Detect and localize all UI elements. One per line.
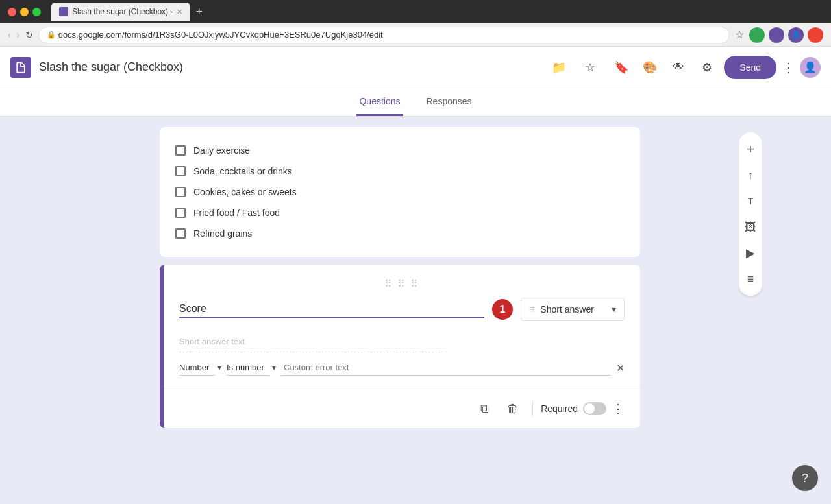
url-text: docs.google.com/forms/d/1R3sG0-L0OJxiyw5… xyxy=(58,30,383,40)
more-vert-icon: ⋮ xyxy=(782,60,795,75)
help-button[interactable]: ? xyxy=(792,465,818,491)
back-button[interactable]: ‹ xyxy=(8,29,11,41)
minimize-dot[interactable] xyxy=(20,8,29,16)
copy-icon: ⧉ xyxy=(480,402,489,416)
checkbox-question-card: Daily exercise Soda, cocktails or drinks… xyxy=(160,127,640,257)
label-cookies: Cookies, cakes or sweets xyxy=(193,187,297,197)
validation-condition-select[interactable]: Is number xyxy=(227,360,269,376)
validation-type-select[interactable]: Number xyxy=(179,360,215,376)
list-item: Fried food / Fast food xyxy=(175,202,625,223)
add-image-button[interactable]: 🖼 xyxy=(739,215,762,239)
archive-button[interactable]: 🔖 xyxy=(610,56,633,79)
import-question-button[interactable]: ↑ xyxy=(739,163,762,187)
app-title: Slash the sugar (Checkbox) xyxy=(39,60,540,74)
text-icon: T xyxy=(748,196,754,206)
url-bar[interactable]: 🔒 docs.google.com/forms/d/1R3sG0-L0OJxiy… xyxy=(38,27,730,43)
left-spacer xyxy=(0,127,65,494)
checkbox-refined-grains[interactable] xyxy=(175,228,186,239)
checkbox-daily-exercise[interactable] xyxy=(175,145,186,156)
required-row: Required xyxy=(541,402,606,415)
send-button[interactable]: Send xyxy=(724,56,776,79)
type-icon: ≡ xyxy=(529,304,535,315)
import-icon: ↑ xyxy=(748,169,754,182)
header-icons: 🔖 🎨 👁 ⚙ Send ⋮ 👤 xyxy=(610,56,821,79)
ext-icon-4 xyxy=(808,27,823,43)
browser-tabs: Slash the sugar (Checkbox) - ✕ + xyxy=(51,3,205,21)
video-icon: ▶ xyxy=(746,246,755,260)
custom-error-input[interactable] xyxy=(281,360,611,376)
palette-icon: 🎨 xyxy=(643,60,657,75)
right-spacer xyxy=(766,127,831,494)
label-daily-exercise: Daily exercise xyxy=(193,145,250,156)
forward-button[interactable]: › xyxy=(16,29,19,41)
preview-button[interactable]: 👁 xyxy=(667,56,690,79)
question-row: 1 ≡ Short answer ▾ xyxy=(179,298,625,321)
address-bar: ‹ › ↻ 🔒 docs.google.com/forms/d/1R3sG0-L… xyxy=(0,23,831,47)
ext-icon-3: 👤 xyxy=(788,27,804,43)
short-answer-placeholder: Short answer text xyxy=(179,331,447,352)
eye-icon: 👁 xyxy=(673,60,684,74)
gear-icon: ⚙ xyxy=(702,60,712,75)
close-dot[interactable] xyxy=(8,8,16,16)
browser-dots xyxy=(8,8,41,16)
form-tab-bar: Questions Responses xyxy=(0,88,831,117)
score-question-card: ⠿ ⠿ ⠿ 1 ≡ Short answer ▾ Short answer te… xyxy=(160,265,640,428)
type-label: Short answer xyxy=(540,304,606,315)
main-content: Daily exercise Soda, cocktails or drinks… xyxy=(0,117,831,504)
browser-chrome: Slash the sugar (Checkbox) - ✕ + xyxy=(0,0,831,23)
label-soda: Soda, cocktails or drinks xyxy=(193,166,292,176)
validation-condition-group: Is number ▾ xyxy=(227,360,276,376)
active-tab[interactable]: Slash the sugar (Checkbox) - ✕ xyxy=(51,3,190,21)
app-header: Slash the sugar (Checkbox) 📁 ☆ 🔖 🎨 👁 ⚙ S… xyxy=(0,47,831,88)
card-footer: ⧉ 🗑 Required ⋮ xyxy=(164,389,640,428)
settings-button[interactable]: ⚙ xyxy=(695,56,719,79)
checkbox-soda[interactable] xyxy=(175,166,186,176)
side-toolbar: + ↑ T 🖼 ▶ ≡ xyxy=(735,127,766,494)
checkbox-fried-food[interactable] xyxy=(175,208,186,218)
star-button[interactable]: ☆ xyxy=(578,56,602,79)
image-icon: 🖼 xyxy=(745,221,756,234)
add-section-button[interactable]: ≡ xyxy=(739,267,762,291)
user-avatar[interactable]: 👤 xyxy=(800,57,821,78)
tab-favicon xyxy=(59,7,68,16)
question-title-input[interactable] xyxy=(179,300,484,318)
tab-close-icon[interactable]: ✕ xyxy=(177,8,182,16)
drag-handle: ⠿ ⠿ ⠿ xyxy=(179,278,625,290)
new-tab-button[interactable]: + xyxy=(193,5,205,19)
reload-button[interactable]: ↻ xyxy=(25,30,33,40)
toolbar-card: + ↑ T 🖼 ▶ ≡ xyxy=(739,132,762,296)
validation-row: Number ▾ Is number ▾ ✕ xyxy=(179,360,625,376)
question-type-dropdown[interactable]: ≡ Short answer ▾ xyxy=(521,298,625,321)
bookmark-icon[interactable]: ☆ xyxy=(735,29,744,41)
plus-icon: + xyxy=(747,142,754,157)
address-bar-actions: ☆ 👤 xyxy=(735,27,823,43)
list-item: Refined grains xyxy=(175,223,625,244)
more-options-button[interactable]: ⋮ xyxy=(782,60,795,75)
checkbox-card-body: Daily exercise Soda, cocktails or drinks… xyxy=(160,127,640,257)
delete-button[interactable]: 🗑 xyxy=(501,397,525,420)
tab-questions[interactable]: Questions xyxy=(356,88,403,116)
validation-type-arrow: ▾ xyxy=(217,363,221,372)
validation-type-group: Number ▾ xyxy=(179,360,221,376)
add-video-button[interactable]: ▶ xyxy=(739,241,762,265)
tab-title: Slash the sugar (Checkbox) - xyxy=(72,7,173,16)
add-title-button[interactable]: T xyxy=(739,189,762,213)
help-icon: ? xyxy=(802,472,808,485)
duplicate-button[interactable]: ⧉ xyxy=(473,397,496,420)
fullscreen-dot[interactable] xyxy=(32,8,41,16)
palette-button[interactable]: 🎨 xyxy=(638,56,662,79)
folder-icon: 📁 xyxy=(552,60,566,75)
label-refined-grains: Refined grains xyxy=(193,228,252,239)
required-toggle[interactable] xyxy=(583,402,606,415)
clear-validation-button[interactable]: ✕ xyxy=(616,362,625,374)
forms-icon xyxy=(14,61,27,74)
checkbox-cookies[interactable] xyxy=(175,187,186,197)
question-input-wrapper xyxy=(179,300,484,318)
toggle-knob xyxy=(584,403,595,414)
score-card-body: ⠿ ⠿ ⠿ 1 ≡ Short answer ▾ Short answer te… xyxy=(164,265,640,389)
folder-button[interactable]: 📁 xyxy=(547,56,571,79)
tab-responses[interactable]: Responses xyxy=(424,88,475,116)
card-more-button[interactable]: ⋮ xyxy=(612,401,625,416)
lock-icon: 🔒 xyxy=(47,30,56,39)
add-question-button[interactable]: + xyxy=(739,138,762,161)
